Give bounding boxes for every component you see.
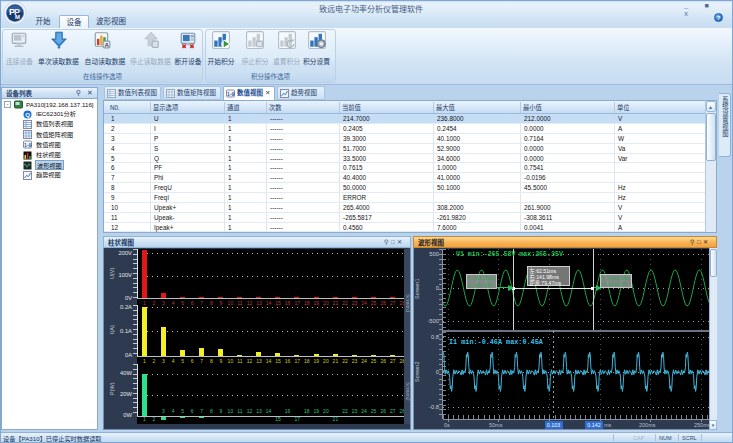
- svg-text:1-9: 1-9: [24, 142, 31, 148]
- svg-text:Q: Q: [25, 111, 30, 117]
- svg-text:M: M: [15, 14, 20, 20]
- svg-text:A: A: [105, 41, 110, 48]
- svg-text:1-9: 1-9: [227, 90, 234, 96]
